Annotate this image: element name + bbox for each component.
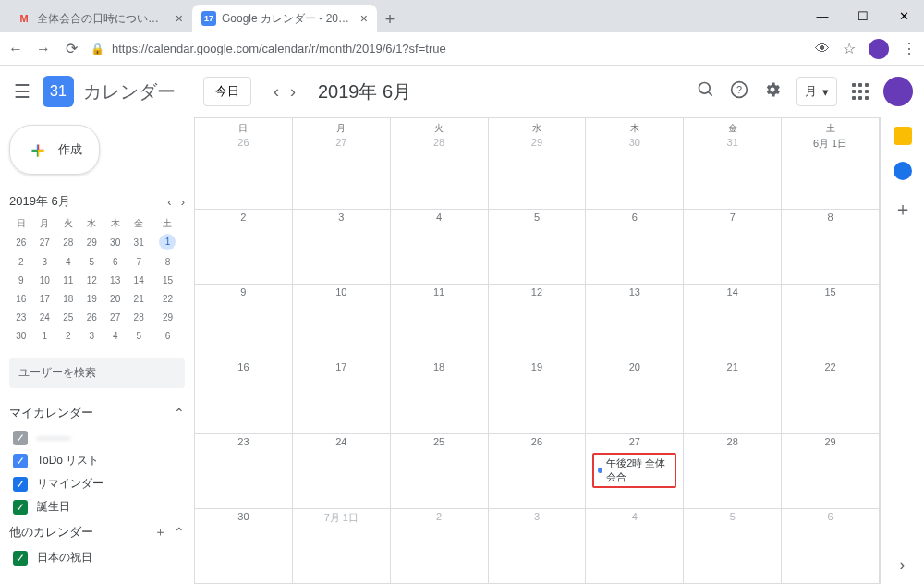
mini-day-cell[interactable]: 24	[32, 308, 55, 326]
mini-day-cell[interactable]: 17	[32, 289, 55, 308]
mini-day-cell[interactable]: 15	[151, 271, 185, 289]
day-cell[interactable]: 19	[489, 359, 587, 433]
mini-day-cell[interactable]: 13	[103, 271, 127, 289]
calendar-item[interactable]: ✓ToDo リスト	[9, 449, 185, 472]
day-cell[interactable]: 2	[195, 210, 293, 284]
day-cell[interactable]: 26	[195, 135, 293, 209]
calendar-item[interactable]: ✓リマインダー	[9, 472, 185, 495]
day-cell[interactable]: 6	[782, 509, 880, 583]
new-tab-button[interactable]: +	[377, 6, 403, 32]
checkbox-icon[interactable]: ✓	[13, 551, 28, 566]
mini-day-cell[interactable]: 10	[32, 271, 55, 289]
browser-tab-active[interactable]: 17 Google カレンダー - 2019年 6月 ×	[192, 5, 377, 32]
day-cell[interactable]: 6月 1日	[782, 135, 880, 209]
account-avatar[interactable]	[883, 77, 913, 106]
day-cell[interactable]: 2	[391, 509, 489, 583]
mini-day-cell[interactable]: 4	[56, 252, 79, 271]
mini-day-cell[interactable]: 12	[79, 271, 103, 289]
day-cell[interactable]: 27	[293, 135, 391, 209]
mini-day-cell[interactable]: 14	[127, 271, 150, 289]
browser-tab[interactable]: M 全体会合の日時について · —— ×	[7, 5, 192, 32]
day-cell[interactable]: 4	[586, 509, 684, 583]
close-icon[interactable]: ×	[360, 11, 368, 26]
other-calendars-section[interactable]: 他のカレンダー ＋ ⌃	[9, 518, 185, 546]
create-button[interactable]: ＋ 作成	[9, 125, 100, 175]
mini-day-cell[interactable]: 1	[151, 232, 185, 252]
mini-day-cell[interactable]: 30	[9, 326, 32, 345]
mini-day-cell[interactable]: 31	[127, 232, 150, 252]
mini-day-cell[interactable]: 2	[56, 326, 79, 345]
mini-day-cell[interactable]: 5	[79, 252, 103, 271]
mini-day-cell[interactable]: 1	[32, 326, 55, 345]
day-cell[interactable]: 4	[391, 210, 489, 284]
day-cell[interactable]: 10	[293, 285, 391, 359]
day-cell[interactable]: 21	[684, 359, 782, 433]
day-cell[interactable]: 22	[782, 359, 880, 433]
settings-icon[interactable]	[763, 80, 782, 103]
my-calendars-section[interactable]: マイカレンダー⌃	[9, 399, 185, 427]
day-cell[interactable]: 29	[782, 434, 880, 508]
mini-day-cell[interactable]: 22	[151, 289, 185, 308]
day-cell[interactable]: 5	[489, 210, 587, 284]
day-cell[interactable]: 31	[684, 135, 782, 209]
mini-day-cell[interactable]: 20	[103, 289, 127, 308]
forward-button[interactable]: →	[35, 41, 52, 57]
keep-icon[interactable]	[894, 127, 912, 145]
day-cell[interactable]: 8	[782, 210, 880, 284]
day-cell[interactable]: 30	[195, 509, 293, 583]
day-cell[interactable]: 5	[684, 509, 782, 583]
menu-icon[interactable]: ☰	[11, 80, 33, 103]
day-cell[interactable]: 7	[684, 210, 782, 284]
mini-day-cell[interactable]: 3	[79, 326, 103, 345]
day-cell[interactable]: 30	[586, 135, 684, 209]
add-addon-icon[interactable]: ＋	[894, 197, 912, 222]
maximize-button[interactable]: ☐	[843, 9, 883, 23]
apps-icon[interactable]	[852, 83, 869, 100]
reload-button[interactable]: ⟳	[63, 40, 79, 57]
mini-day-cell[interactable]: 27	[103, 308, 127, 326]
checkbox-icon[interactable]: ✓	[13, 454, 28, 468]
browser-menu-icon[interactable]: ⋮	[902, 40, 917, 57]
day-cell[interactable]: 11	[391, 285, 489, 359]
mini-day-cell[interactable]: 23	[9, 308, 32, 326]
mini-day-cell[interactable]: 21	[127, 289, 150, 308]
calendar-item[interactable]: ✓日本の祝日	[9, 546, 185, 569]
mini-day-cell[interactable]: 8	[151, 252, 185, 271]
day-cell[interactable]: 25	[391, 434, 489, 508]
today-button[interactable]: 今日	[203, 77, 251, 106]
day-cell[interactable]: 16	[195, 359, 293, 433]
checkbox-icon[interactable]: ✓	[13, 477, 28, 492]
mini-day-cell[interactable]: 3	[32, 252, 55, 271]
minimize-button[interactable]: ―	[802, 9, 843, 23]
mini-day-cell[interactable]: 26	[9, 232, 32, 252]
mini-day-cell[interactable]: 30	[103, 232, 127, 252]
close-window-button[interactable]: ✕	[883, 9, 924, 23]
mini-calendar[interactable]: 日月火水木金土 26272829303112345678910111213141…	[9, 215, 185, 345]
add-calendar-icon[interactable]: ＋	[154, 524, 166, 541]
next-period-button[interactable]: ›	[290, 82, 296, 102]
mini-day-cell[interactable]: 6	[103, 252, 127, 271]
day-cell[interactable]: 28	[684, 434, 782, 508]
star-icon[interactable]: ☆	[843, 40, 856, 57]
search-icon[interactable]	[697, 80, 715, 103]
day-cell[interactable]: 3	[293, 210, 391, 284]
prev-period-button[interactable]: ‹	[274, 82, 279, 102]
mini-day-cell[interactable]: 4	[103, 326, 127, 345]
view-selector[interactable]: 月▾	[796, 77, 837, 106]
checkbox-icon[interactable]: ✓	[13, 431, 28, 445]
expand-panel-icon[interactable]: ›	[900, 555, 906, 575]
eye-icon[interactable]: 👁	[815, 41, 830, 57]
day-cell[interactable]: 6	[586, 210, 684, 284]
mini-day-cell[interactable]: 18	[56, 289, 79, 308]
mini-day-cell[interactable]: 27	[32, 232, 55, 252]
mini-prev-button[interactable]: ‹	[167, 195, 171, 209]
day-cell[interactable]: 20	[586, 359, 684, 433]
day-cell[interactable]: 29	[489, 135, 587, 209]
mini-next-button[interactable]: ›	[181, 195, 185, 209]
close-icon[interactable]: ×	[176, 11, 183, 26]
calendar-item[interactable]: ✓———	[9, 427, 185, 449]
calendar-event[interactable]: 午後2時 全体会合	[592, 453, 676, 488]
mini-day-cell[interactable]: 16	[9, 289, 32, 308]
day-cell[interactable]: 28	[391, 135, 489, 209]
mini-day-cell[interactable]: 26	[79, 308, 103, 326]
